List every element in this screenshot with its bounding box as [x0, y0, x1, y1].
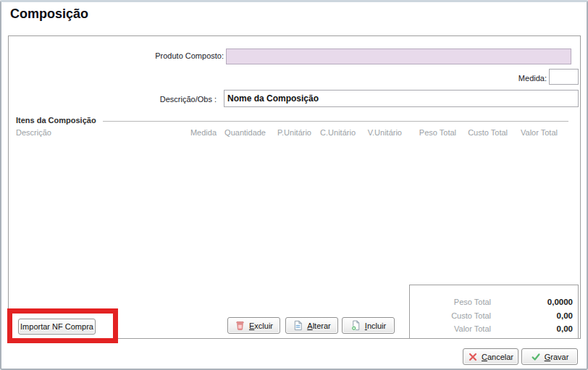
produto-composto-input[interactable] — [226, 49, 571, 64]
trash-icon — [235, 320, 245, 331]
valor-total-value: 0,00 — [486, 324, 573, 333]
totals-box: Peso Total 0,0000 Custo Total 0,00 Valor… — [409, 285, 579, 339]
gravar-button[interactable]: Gravar — [521, 348, 578, 365]
document-add-icon — [350, 320, 361, 331]
medida-input[interactable] — [549, 69, 579, 85]
cancelar-label: Cancelar — [482, 353, 513, 361]
excluir-label: Excluir — [249, 321, 273, 330]
medida-label: Medida: — [501, 74, 547, 83]
column-header-valor-total: Valor Total — [521, 128, 558, 137]
excluir-button[interactable]: Excluir — [227, 317, 280, 334]
section-divider — [103, 121, 568, 122]
produto-composto-label: Produto Composto: — [110, 51, 224, 60]
page-title: Composição — [10, 7, 88, 22]
gravar-label: Gravar — [545, 353, 569, 361]
items-list-area[interactable] — [9, 140, 580, 283]
incluir-label: Incluir — [365, 321, 386, 330]
column-header-descricao: Descrição — [16, 128, 51, 137]
check-icon — [531, 352, 541, 362]
red-highlight-annotation — [7, 308, 118, 343]
custo-total-label: Custo Total — [417, 311, 491, 320]
column-header-custo-total: Custo Total — [468, 128, 508, 137]
custo-total-value: 0,00 — [486, 311, 573, 320]
column-header-peso-total: Peso Total — [419, 128, 456, 137]
items-column-header-row: Descrição Medida Quantidade P.Unitário C… — [1, 128, 588, 138]
items-section-title: Itens da Composição — [16, 116, 96, 125]
alterar-label: Alterar — [307, 321, 330, 330]
alterar-button[interactable]: Alterar — [285, 317, 338, 334]
column-header-medida: Medida — [190, 128, 217, 137]
descricao-obs-label: Descrição/Obs : — [110, 95, 217, 104]
document-edit-icon — [293, 320, 303, 331]
column-header-p-unitario: P.Unitário — [277, 128, 311, 137]
column-header-v-unitario: V.Unitário — [368, 128, 402, 137]
column-header-quantidade: Quantidade — [224, 128, 266, 137]
column-header-c-unitario: C.Unitário — [320, 128, 356, 137]
peso-total-label: Peso Total — [417, 298, 491, 306]
valor-total-label: Valor Total — [417, 324, 491, 333]
composicao-window: Composição Produto Composto: Medida: Des… — [0, 0, 588, 370]
x-icon — [468, 352, 478, 362]
peso-total-value: 0,0000 — [486, 298, 573, 306]
cancelar-button[interactable]: Cancelar — [463, 348, 518, 365]
incluir-button[interactable]: Incluir — [342, 317, 395, 334]
descricao-obs-input[interactable] — [224, 90, 579, 107]
